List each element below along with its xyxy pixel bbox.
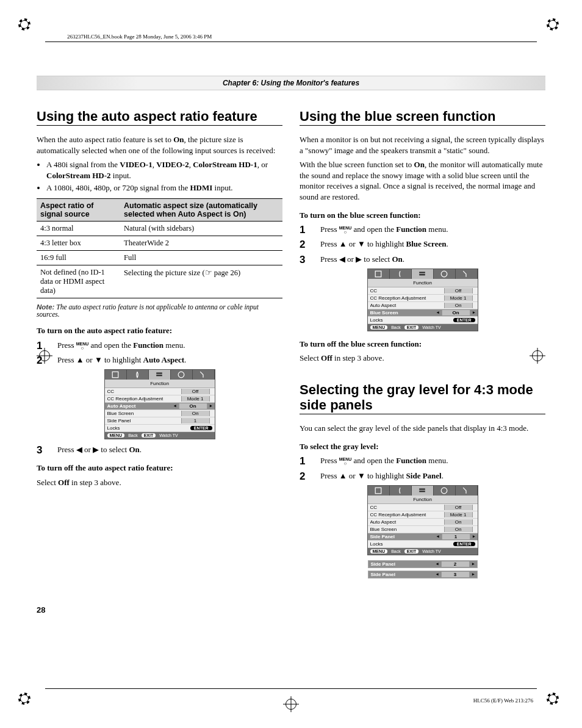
table-header: Automatic aspect size (automatically sel…: [120, 199, 282, 222]
osd-row-selected: Blue Screen◂On▸: [368, 309, 478, 317]
registration-mark-icon: [547, 18, 564, 35]
osd-menu: Function CCOff CC Reception AdjustmentMo…: [367, 268, 478, 331]
body-text: You can select the gray level of the sid…: [300, 423, 545, 434]
osd-tab-icon: [434, 486, 456, 496]
svg-rect-9: [419, 488, 425, 489]
registration-mark-icon: [18, 18, 35, 35]
menu-button-icon: MENU○: [339, 226, 352, 234]
right-arrow-icon: ▸: [472, 572, 475, 577]
osd-tab-icon: [412, 269, 434, 279]
osd-footer: MENUBack EXITWatch TV: [368, 324, 478, 331]
step: Press ◀ or ▶ to select On.: [300, 254, 545, 265]
osd-row: CCOff: [105, 388, 215, 395]
osd-row: CC Reception AdjustmentMode 1: [105, 395, 215, 403]
osd-tab-icon: [456, 486, 478, 496]
osd-row: CCOff: [368, 504, 478, 511]
right-arrow-icon: ▸: [473, 534, 475, 539]
list-item: A 480i signal from the VIDEO-1, VIDEO-2,…: [46, 159, 282, 181]
table-row: 16:9 fullFull: [37, 251, 282, 265]
table-row: 4:3 letter boxTheaterWide 2: [37, 236, 282, 251]
right-arrow-icon: ▸: [210, 403, 212, 408]
osd-tab-icon: [456, 269, 478, 279]
body-text: When a monitor is on but not receiving a…: [300, 134, 545, 156]
step-list: Press MENU○ and open the Function menu. …: [300, 224, 545, 265]
body-text: With the blue screen function set to On,…: [300, 159, 545, 202]
osd-tab-icon: [127, 370, 149, 380]
menu-pill-icon: MENU: [370, 325, 388, 330]
svg-rect-10: [419, 491, 425, 492]
body-text: Select Off in step 3 above.: [37, 477, 282, 488]
step: Press ▲ or ▼ to highlight Auto Aspect.: [37, 355, 282, 366]
instruction-heading: To turn off the blue screen function:: [300, 339, 545, 350]
list-item: A 1080i, 480i, 480p, or 720p signal from…: [46, 182, 282, 193]
aspect-ratio-table: Aspect ratio of signal source Automatic …: [37, 198, 282, 298]
page: 263237HLC56_EN.book Page 28 Monday, June…: [0, 0, 582, 728]
osd-menu: Function CCOff CC Reception AdjustmentMo…: [104, 369, 215, 439]
enter-pill-icon: ENTER: [190, 426, 212, 430]
osd-title: Function: [368, 279, 478, 287]
osd-extra-rows: Side Panel◂2▸ Side Panel◂3▸: [368, 560, 478, 578]
step: Press MENU○ and open the Function menu.: [300, 224, 545, 235]
svg-rect-8: [375, 488, 381, 494]
svg-rect-5: [419, 272, 425, 273]
left-column: Using the auto aspect ratio feature When…: [37, 109, 282, 581]
crop-target-icon: [283, 696, 299, 712]
section-heading-gray-level: Selecting the gray level for 4:3 mode si…: [300, 382, 545, 415]
table-header: Aspect ratio of signal source: [37, 199, 120, 222]
osd-row: Auto AspectOn: [368, 302, 478, 309]
instruction-heading: To turn on the auto aspect ratio feature…: [37, 325, 282, 336]
svg-rect-6: [419, 274, 425, 275]
svg-point-11: [441, 488, 447, 494]
left-arrow-icon: ◂: [436, 561, 439, 566]
svg-rect-2: [156, 375, 162, 376]
note-label: Note:: [37, 303, 54, 311]
exit-pill-icon: EXIT: [404, 549, 419, 553]
osd-row-selected: Side Panel◂1▸: [368, 533, 478, 541]
osd-row: CC Reception AdjustmentMode 1: [368, 295, 478, 302]
instruction-heading: To turn off the auto aspect ratio featur…: [37, 463, 282, 474]
osd-row: CC Reception AdjustmentMode 1: [368, 511, 478, 519]
step: Press ▲ or ▼ to highlight Blue Screen.: [300, 239, 545, 250]
registration-mark-icon: [547, 693, 564, 710]
svg-rect-0: [112, 372, 118, 378]
bullet-list: A 480i signal from the VIDEO-1, VIDEO-2,…: [46, 159, 282, 193]
osd-row: Blue ScreenOn: [368, 526, 478, 533]
osd-tab-icon: [193, 370, 215, 380]
menu-button-icon: MENU○: [76, 342, 89, 350]
step: Press MENU○ and open the Function menu.: [300, 455, 545, 466]
svg-rect-1: [156, 372, 162, 373]
note: Note: The auto aspect ratio feature is n…: [37, 303, 282, 318]
right-arrow-icon: ▸: [472, 561, 475, 566]
osd-tab-icon: [390, 486, 412, 496]
menu-button-icon: MENU○: [339, 457, 352, 466]
osd-tab-icon: [105, 370, 127, 380]
step-list: Press MENU○ and open the Function menu. …: [300, 455, 545, 481]
section-heading-blue-screen: Using the blue screen function: [300, 109, 545, 126]
osd-row: LocksENTER: [368, 541, 478, 548]
osd-tab-bar: [368, 269, 478, 279]
svg-point-7: [441, 271, 447, 277]
osd-tab-icon: [412, 486, 434, 496]
crop-hairline: [45, 688, 537, 689]
registration-mark-icon: [18, 693, 35, 710]
osd-row-selected: Side Panel◂2▸: [368, 560, 478, 568]
step-list: Press MENU○ and open the Function menu. …: [37, 340, 282, 366]
osd-row-selected: Side Panel◂3▸: [368, 571, 478, 578]
osd-tab-bar: [368, 486, 478, 496]
step: Press ◀ or ▶ to select On.: [37, 444, 282, 455]
osd-row: Blue ScreenOn: [105, 410, 215, 417]
step-list: Press ◀ or ▶ to select On.: [37, 444, 282, 455]
svg-rect-4: [375, 271, 381, 277]
osd-row-selected: Auto Aspect◂On▸: [105, 403, 215, 410]
osd-tab-icon: [368, 486, 390, 496]
enter-pill-icon: ENTER: [453, 542, 475, 546]
table-row: Not defined (no ID-1 data or HDMI aspect…: [37, 265, 282, 298]
menu-pill-icon: MENU: [107, 433, 125, 438]
crop-target-icon: [530, 348, 545, 364]
right-arrow-icon: ▸: [473, 310, 475, 315]
osd-tab-icon: [149, 370, 171, 380]
section-heading-auto-aspect: Using the auto aspect ratio feature: [37, 109, 282, 126]
osd-menu: Function CCOff CC Reception AdjustmentMo…: [367, 485, 478, 555]
body-text: Select Off in step 3 above.: [300, 353, 545, 364]
svg-point-3: [178, 372, 184, 378]
